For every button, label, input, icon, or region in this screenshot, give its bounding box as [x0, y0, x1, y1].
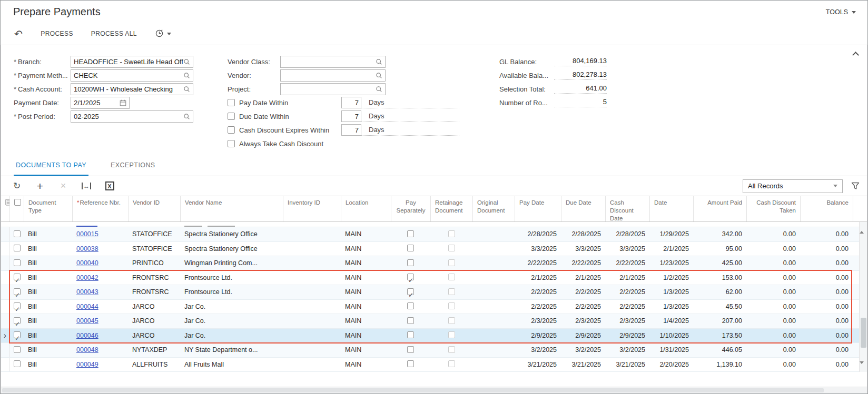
scroll-up-arrow[interactable] [860, 222, 867, 230]
column-header-inventory-id[interactable]: Inventory ID [283, 196, 341, 221]
select-all-checkbox[interactable] [14, 199, 21, 206]
column-header-due-date[interactable]: Due Date [561, 196, 606, 221]
pay-separately-checkbox[interactable] [407, 317, 414, 324]
column-header-cash-discount-date[interactable]: Cash Discount Date [606, 196, 650, 221]
post-period-input[interactable]: 02-2025 [71, 110, 193, 123]
reference-link[interactable]: 000015 [76, 230, 98, 238]
process-button[interactable]: PROCESS [41, 30, 73, 37]
tools-menu[interactable]: TOOLS [826, 6, 856, 16]
retainage-document-checkbox[interactable] [448, 302, 455, 309]
undo-icon[interactable]: ↶ [14, 29, 23, 39]
table-row[interactable]: Bill000040PRINTICOWingman Printing Com..… [1, 256, 867, 271]
always-take-cash-discount-checkbox[interactable] [228, 140, 235, 147]
filter-icon[interactable] [851, 182, 860, 190]
retainage-document-checkbox[interactable] [448, 245, 455, 251]
column-header-document-type[interactable]: Document Type [24, 196, 73, 221]
column-header-retainage-document[interactable]: Retainage Document [431, 196, 473, 221]
refresh-icon[interactable]: ↻ [11, 180, 23, 193]
pay-date-within-days-input[interactable]: 7 [341, 97, 361, 108]
column-header-vendor-name[interactable]: Vendor Name [181, 196, 283, 221]
delete-row-icon[interactable]: × [57, 180, 70, 193]
reference-link[interactable]: 000043 [76, 288, 98, 296]
pay-separately-checkbox[interactable] [407, 274, 414, 280]
cash-discount-expires-within-days-input[interactable]: 7 [341, 124, 361, 136]
row-select-checkbox[interactable] [14, 259, 21, 266]
lookup-magnifier-icon[interactable] [183, 113, 190, 120]
vendor-class-input[interactable] [280, 56, 386, 68]
scroll-down-arrow[interactable] [860, 364, 867, 372]
table-row[interactable]: Bill000015STATOFFICESpectra Stationery O… [1, 227, 867, 242]
pay-separately-checkbox[interactable] [407, 259, 414, 266]
row-select-checkbox[interactable] [14, 331, 21, 338]
pay-separately-checkbox[interactable] [407, 288, 414, 295]
pay-separately-checkbox[interactable] [407, 331, 414, 338]
table-row[interactable]: Bill000042FRONTSRCFrontsource Ltd.MAIN2/… [1, 271, 867, 286]
retainage-document-checkbox[interactable] [448, 317, 455, 324]
branch-input[interactable]: HEADOFFICE - SweetLife Head Office [71, 56, 193, 68]
lookup-magnifier-icon[interactable] [183, 58, 190, 65]
retainage-document-checkbox[interactable] [448, 230, 455, 237]
table-row[interactable]: Bill000049ALLFRUITSAll Fruits MallMAIN3/… [1, 358, 867, 372]
retainage-document-checkbox[interactable] [448, 288, 455, 295]
cash-account-input[interactable]: 10200WH - Wholesale Checking [71, 83, 193, 95]
table-row[interactable]: Bill000045JARCOJar Co.MAIN2/3/20252/3/20… [1, 314, 867, 329]
add-row-icon[interactable]: + [34, 180, 46, 193]
reference-link[interactable]: 000044 [76, 303, 98, 310]
column-header-balance[interactable]: Balance [801, 196, 853, 221]
row-select-checkbox[interactable] [14, 346, 21, 353]
vertical-scrollbar[interactable] [859, 222, 867, 372]
column-header-location[interactable]: Location [341, 196, 391, 221]
select-all-header[interactable] [10, 196, 24, 221]
payment-date-input[interactable]: 2/1/2025 [71, 97, 130, 109]
row-select-checkbox[interactable] [14, 288, 21, 295]
column-header-pay-separately[interactable]: Pay Separately [391, 196, 431, 221]
row-select-checkbox[interactable] [14, 274, 21, 280]
table-row[interactable]: ›Bill000046JARCOJar Co.MAIN2/9/20252/9/2… [1, 329, 867, 344]
pay-separately-checkbox[interactable] [407, 245, 414, 251]
lookup-magnifier-icon[interactable] [376, 86, 382, 93]
pay-separately-checkbox[interactable] [407, 346, 414, 353]
calendar-icon[interactable] [120, 99, 126, 106]
reference-link[interactable]: 000038 [76, 245, 98, 252]
row-select-checkbox[interactable] [14, 245, 21, 251]
collapse-panel-button[interactable] [851, 50, 860, 58]
reference-link[interactable]: 000049 [76, 361, 98, 368]
pay-date-within-checkbox[interactable] [228, 99, 235, 106]
due-date-within-checkbox[interactable] [228, 113, 235, 120]
retainage-document-checkbox[interactable] [448, 259, 455, 266]
column-header-reference-nbr[interactable]: *Reference Nbr. [73, 196, 129, 221]
column-header-cash-discount-taken[interactable]: Cash Discount Taken [747, 196, 801, 221]
due-date-within-days-input[interactable]: 7 [341, 110, 361, 122]
pay-separately-checkbox[interactable] [407, 230, 414, 237]
tab-documents-to-pay[interactable]: DOCUMENTS TO PAY [14, 161, 88, 176]
row-select-checkbox[interactable] [14, 360, 21, 367]
retainage-document-checkbox[interactable] [448, 346, 455, 353]
reference-link[interactable]: 000045 [76, 317, 98, 325]
retainage-document-checkbox[interactable] [448, 331, 455, 338]
horizontal-scrollbar[interactable] [1, 387, 867, 393]
column-header-pay-date[interactable]: Pay Date [515, 196, 561, 221]
lookup-magnifier-icon[interactable] [376, 58, 382, 65]
records-filter-select[interactable]: All Records [743, 179, 843, 193]
column-header-original-document[interactable]: Original Document [473, 196, 515, 221]
export-excel-icon[interactable]: X [103, 180, 116, 193]
row-select-checkbox[interactable] [14, 302, 21, 309]
retainage-document-checkbox[interactable] [448, 274, 455, 280]
lookup-magnifier-icon[interactable] [183, 86, 190, 93]
table-row[interactable]: Bill000048NYTAXDEPNY State Department o.… [1, 343, 867, 358]
vendor-input[interactable] [280, 69, 386, 82]
vertical-scroll-thumb[interactable] [861, 318, 866, 348]
retainage-document-checkbox[interactable] [448, 360, 455, 367]
lookup-magnifier-icon[interactable] [183, 72, 190, 79]
column-header-amount-paid[interactable]: Amount Paid [694, 196, 747, 221]
row-select-checkbox[interactable] [14, 317, 21, 324]
payment-meth-input[interactable]: CHECK [71, 69, 193, 82]
process-all-button[interactable]: PROCESS ALL [91, 30, 137, 37]
reference-link[interactable]: 000040 [76, 259, 98, 267]
table-row[interactable]: Bill000038STATOFFICESpectra Stationery O… [1, 242, 867, 257]
column-header-date[interactable]: Date [650, 196, 694, 221]
reference-link[interactable]: 000042 [76, 274, 98, 281]
cash-discount-expires-within-checkbox[interactable] [228, 126, 235, 134]
table-row[interactable]: Bill000043FRONTSRCFrontsource Ltd.MAIN2/… [1, 285, 867, 300]
project-input[interactable] [280, 83, 386, 95]
